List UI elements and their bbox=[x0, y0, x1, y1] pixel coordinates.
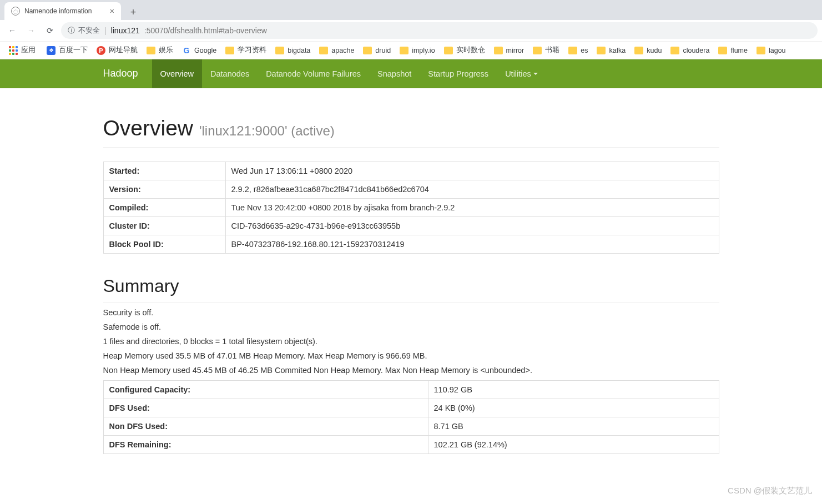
nav-utilities-label: Utilities bbox=[505, 69, 531, 78]
folder-icon bbox=[670, 47, 679, 54]
bookmark-item[interactable]: es bbox=[564, 43, 592, 57]
row-value: 8.71 GB bbox=[428, 417, 719, 436]
nav-startup-progress[interactable]: Startup Progress bbox=[420, 59, 497, 88]
bookmark-label: flume bbox=[730, 47, 748, 54]
overview-table: Started:Wed Jun 17 13:06:11 +0800 2020Ve… bbox=[103, 162, 719, 254]
table-row: Cluster ID:CID-763d6635-a29c-4731-b96e-e… bbox=[103, 217, 719, 235]
folder-icon bbox=[568, 47, 577, 54]
bookmark-item[interactable]: lagou bbox=[752, 43, 790, 57]
browser-chrome: ◌ Namenode information × + ← → ⟳ ⓘ 不安全 |… bbox=[0, 0, 822, 59]
summary-table: Configured Capacity:110.92 GBDFS Used:24… bbox=[103, 380, 719, 454]
row-key: DFS Remaining: bbox=[103, 436, 428, 454]
bookmark-label: kafka bbox=[609, 47, 626, 54]
summary-text: Security is off. bbox=[103, 308, 719, 317]
url-path: :50070/dfshealth.html#tab-overview bbox=[144, 26, 267, 35]
nav-volume-failures[interactable]: Datanode Volume Failures bbox=[258, 59, 369, 88]
bookmarks-bar: 应用 ❖百度一下P网址导航娱乐GGoogle学习资料bigdataapached… bbox=[0, 41, 822, 59]
new-tab-button[interactable]: + bbox=[125, 4, 141, 20]
row-value: 110.92 GB bbox=[428, 381, 719, 399]
bookmark-label: cloudera bbox=[683, 47, 709, 54]
bookmark-label: Google bbox=[194, 47, 216, 54]
address-bar[interactable]: ⓘ 不安全 | linux121:50070/dfshealth.html#ta… bbox=[61, 22, 818, 39]
folder-icon bbox=[400, 47, 409, 54]
summary-text: 1 files and directories, 0 blocks = 1 to… bbox=[103, 337, 719, 346]
nav-datanodes[interactable]: Datanodes bbox=[202, 59, 258, 88]
info-icon: ⓘ bbox=[68, 26, 75, 36]
brand[interactable]: Hadoop bbox=[103, 59, 147, 88]
bookmark-label: 百度一下 bbox=[59, 46, 88, 55]
bookmark-item[interactable]: bigdata bbox=[271, 43, 315, 57]
separator: | bbox=[104, 26, 107, 35]
bookmark-item[interactable]: 书籍 bbox=[528, 43, 564, 57]
bookmark-item[interactable]: mirror bbox=[490, 43, 529, 57]
bookmark-label: 实时数仓 bbox=[456, 46, 485, 55]
h1-sub: 'linux121:9000' (active) bbox=[199, 123, 335, 138]
bookmark-label: mirror bbox=[506, 47, 525, 54]
folder-icon bbox=[363, 47, 372, 54]
bookmark-label: bigdata bbox=[288, 47, 310, 54]
table-row: DFS Used:24 KB (0%) bbox=[103, 399, 719, 417]
bookmark-item[interactable]: apache bbox=[315, 43, 359, 57]
bookmark-item[interactable]: druid bbox=[359, 43, 395, 57]
divider bbox=[103, 147, 719, 148]
folder-icon bbox=[634, 47, 643, 54]
bookmark-label: es bbox=[581, 47, 588, 54]
apps-label: 应用 bbox=[21, 46, 36, 55]
row-value: 24 KB (0%) bbox=[428, 399, 719, 417]
folder-icon bbox=[147, 47, 155, 54]
bookmark-item[interactable]: kudu bbox=[630, 43, 666, 57]
bookmark-item[interactable]: 实时数仓 bbox=[440, 43, 490, 57]
bookmark-item[interactable]: cloudera bbox=[666, 43, 714, 57]
row-key: Cluster ID: bbox=[103, 217, 225, 235]
table-row: Compiled:Tue Nov 13 20:42:00 +0800 2018 … bbox=[103, 199, 719, 217]
site-info[interactable]: ⓘ 不安全 bbox=[68, 26, 100, 36]
bookmark-label: 网址导航 bbox=[109, 46, 138, 55]
bookmark-label: 书籍 bbox=[545, 46, 559, 55]
bookmark-item[interactable]: P网址导航 bbox=[92, 43, 142, 57]
bookmark-item[interactable]: 娱乐 bbox=[142, 43, 178, 57]
nav-utilities[interactable]: Utilities bbox=[497, 59, 546, 88]
row-key: Configured Capacity: bbox=[103, 381, 428, 399]
apps-button[interactable]: 应用 bbox=[4, 43, 40, 57]
watermark: CSDN @假装文艺范儿 bbox=[728, 486, 812, 487]
folder-icon bbox=[718, 47, 727, 54]
row-key: Compiled: bbox=[103, 199, 225, 217]
row-key: DFS Used: bbox=[103, 399, 428, 417]
bookmark-item[interactable]: imply.io bbox=[395, 43, 439, 57]
h1-text: Overview bbox=[103, 116, 194, 140]
summary-text: Safemode is off. bbox=[103, 322, 719, 331]
row-value: BP-407323786-192.168.80.121-159237031241… bbox=[225, 235, 719, 254]
nav-snapshot[interactable]: Snapshot bbox=[369, 59, 420, 88]
toolbar: ← → ⟳ ⓘ 不安全 | linux121:50070/dfshealth.h… bbox=[0, 20, 822, 41]
bookmark-label: imply.io bbox=[412, 47, 435, 54]
folder-icon bbox=[319, 47, 328, 54]
table-row: Version:2.9.2, r826afbeae31ca687bc2f8471… bbox=[103, 180, 719, 199]
bookmark-item[interactable]: flume bbox=[714, 43, 752, 57]
row-value: Tue Nov 13 20:42:00 +0800 2018 by ajisak… bbox=[225, 199, 719, 217]
folder-icon bbox=[275, 47, 284, 54]
bookmark-item[interactable]: GGoogle bbox=[178, 43, 221, 57]
globe-icon: ◌ bbox=[11, 7, 20, 16]
tab-bar: ◌ Namenode information × + bbox=[0, 0, 822, 20]
reload-button[interactable]: ⟳ bbox=[42, 23, 58, 38]
apps-icon bbox=[9, 46, 18, 55]
bookmark-item[interactable]: kafka bbox=[592, 43, 630, 57]
bookmark-label: 学习资料 bbox=[238, 46, 266, 55]
folder-icon bbox=[225, 47, 234, 54]
back-button[interactable]: ← bbox=[4, 23, 20, 38]
folder-icon bbox=[494, 47, 503, 54]
bookmark-label: 娱乐 bbox=[159, 46, 173, 55]
forward-button[interactable]: → bbox=[23, 23, 39, 38]
bookmark-label: druid bbox=[375, 47, 391, 54]
bookmark-item[interactable]: 学习资料 bbox=[221, 43, 271, 57]
row-key: Non DFS Used: bbox=[103, 417, 428, 436]
table-row: Block Pool ID:BP-407323786-192.168.80.12… bbox=[103, 235, 719, 254]
table-row: Non DFS Used:8.71 GB bbox=[103, 417, 719, 436]
tab-title: Namenode information bbox=[24, 7, 92, 15]
row-value: CID-763d6635-a29c-4731-b96e-e913cc63955b bbox=[225, 217, 719, 235]
bookmark-item[interactable]: ❖百度一下 bbox=[42, 43, 92, 57]
close-icon[interactable]: × bbox=[110, 7, 114, 16]
nav-overview[interactable]: Overview bbox=[152, 59, 202, 88]
bookmark-label: kudu bbox=[647, 47, 662, 54]
browser-tab[interactable]: ◌ Namenode information × bbox=[4, 2, 121, 20]
